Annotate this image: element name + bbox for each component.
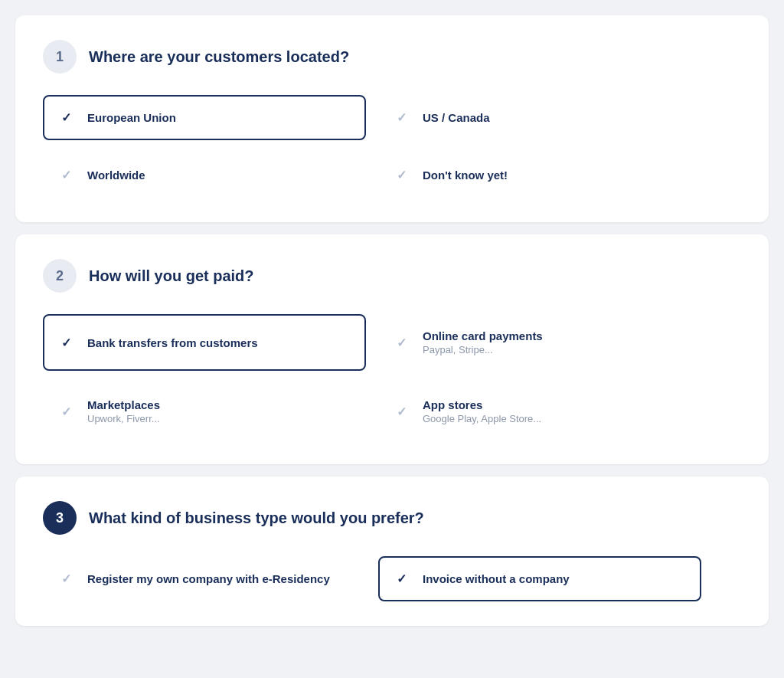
option-bank-label: Bank transfers from customers: [87, 336, 258, 349]
step-badge-2: 2: [43, 259, 77, 293]
option-card-label: Online card payments: [423, 329, 543, 342]
check-icon-worldwide: ✓: [61, 168, 77, 182]
check-icon-eresidency: ✓: [61, 572, 77, 586]
option-us[interactable]: ✓ US / Canada: [378, 95, 701, 140]
check-icon-card: ✓: [397, 336, 412, 350]
check-icon-eu: ✓: [61, 110, 77, 125]
option-eresidency-label: Register my own company with e-Residency: [87, 572, 330, 585]
option-us-label: US / Canada: [423, 111, 490, 124]
step-badge-3: 3: [43, 501, 77, 535]
option-invoice[interactable]: ✓ Invoice without a company: [378, 556, 701, 601]
section-1: 1 Where are your customers located? ✓ Eu…: [15, 15, 769, 222]
check-icon-bank: ✓: [61, 336, 77, 350]
option-bank[interactable]: ✓ Bank transfers from customers: [43, 314, 366, 371]
section-2: 2 How will you get paid? ✓ Bank transfer…: [15, 234, 769, 464]
option-appstore[interactable]: ✓ App stores Google Play, Apple Store...: [378, 383, 701, 440]
step-badge-1: 1: [43, 40, 77, 74]
option-invoice-label: Invoice without a company: [423, 572, 570, 585]
check-icon-invoice: ✓: [397, 572, 412, 586]
section-2-header: 2 How will you get paid?: [43, 259, 741, 293]
option-appstore-sub: Google Play, Apple Store...: [423, 413, 541, 424]
section-3-title: What kind of business type would you pre…: [89, 509, 424, 527]
option-eresidency[interactable]: ✓ Register my own company with e-Residen…: [43, 556, 366, 601]
option-dontknow[interactable]: ✓ Don't know yet!: [378, 152, 701, 198]
section-1-header: 1 Where are your customers located?: [43, 40, 741, 74]
option-worldwide[interactable]: ✓ Worldwide: [43, 152, 366, 198]
section-3-options: ✓ Register my own company with e-Residen…: [43, 556, 701, 601]
option-eu-label: European Union: [87, 111, 176, 124]
option-worldwide-label: Worldwide: [87, 169, 145, 182]
section-2-title: How will you get paid?: [89, 267, 254, 285]
section-3-header: 3 What kind of business type would you p…: [43, 501, 741, 535]
option-card-sub: Paypal, Stripe...: [423, 344, 543, 355]
section-2-options: ✓ Bank transfers from customers ✓ Online…: [43, 314, 701, 440]
check-icon-marketplace: ✓: [61, 405, 77, 419]
option-card[interactable]: ✓ Online card payments Paypal, Stripe...: [378, 314, 701, 371]
check-icon-us: ✓: [397, 110, 412, 125]
option-marketplace-sub: Upwork, Fiverr...: [87, 413, 160, 424]
option-dontknow-label: Don't know yet!: [423, 169, 508, 182]
check-icon-appstore: ✓: [397, 405, 412, 419]
section-1-options: ✓ European Union ✓ US / Canada ✓ Worldwi…: [43, 95, 701, 198]
section-3: 3 What kind of business type would you p…: [15, 477, 769, 626]
option-marketplace[interactable]: ✓ Marketplaces Upwork, Fiverr...: [43, 383, 366, 440]
option-eu[interactable]: ✓ European Union: [43, 95, 366, 140]
option-marketplace-label: Marketplaces: [87, 398, 160, 411]
check-icon-dontknow: ✓: [397, 168, 412, 182]
option-appstore-label: App stores: [423, 398, 541, 411]
section-1-title: Where are your customers located?: [89, 48, 349, 66]
